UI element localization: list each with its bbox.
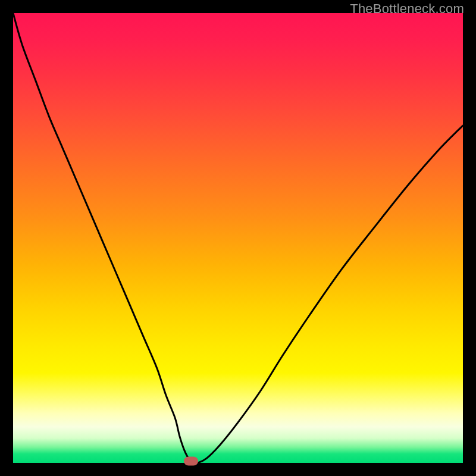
bottleneck-curve (13, 13, 463, 463)
watermark-text: TheBottleneck.com (350, 1, 464, 17)
chart-frame (13, 13, 463, 463)
optimal-point-marker (184, 457, 198, 466)
